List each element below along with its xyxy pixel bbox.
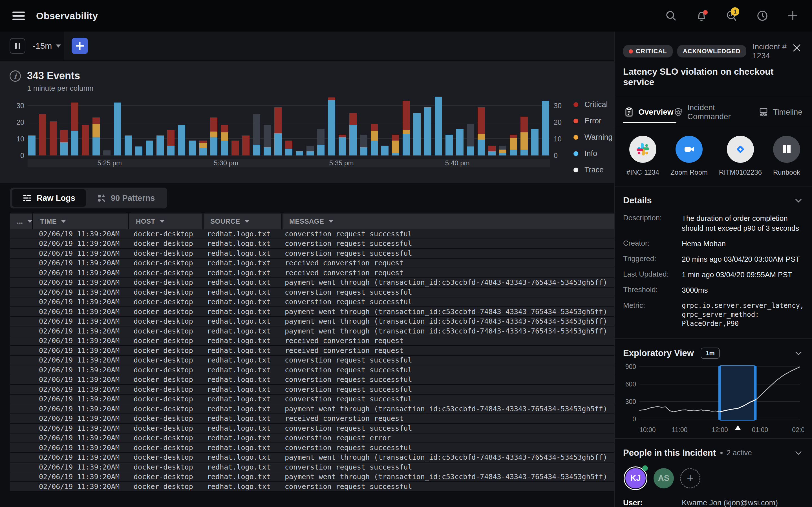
event-bar[interactable] [520, 117, 528, 156]
event-bar[interactable] [28, 135, 36, 156]
event-bar[interactable] [50, 121, 57, 156]
log-row[interactable]: 02/06/19 11:39:20AMdocker-desktopredhat.… [10, 297, 614, 307]
event-bar[interactable] [306, 146, 314, 156]
log-row[interactable]: 02/06/19 11:39:20AMdocker-desktopredhat.… [10, 336, 614, 346]
runbook-link[interactable]: Runbook [773, 136, 800, 176]
event-bar[interactable] [510, 135, 517, 156]
log-row[interactable]: 02/06/19 11:39:20AMdocker-desktopredhat.… [10, 249, 614, 259]
column-header-more[interactable]: ... [10, 214, 32, 229]
event-bar[interactable] [242, 135, 250, 156]
event-bar[interactable] [82, 125, 89, 156]
log-row[interactable]: 02/06/19 11:39:20AMdocker-desktopredhat.… [10, 365, 614, 375]
event-bar[interactable] [135, 147, 143, 156]
log-row[interactable]: 02/06/19 11:39:20AMdocker-desktopredhat.… [10, 259, 614, 269]
tab-incident-commander[interactable]: Incident Commander [673, 103, 759, 121]
add-person-button[interactable]: + [680, 468, 700, 489]
event-bar[interactable] [403, 101, 410, 156]
event-bar[interactable] [253, 114, 260, 156]
log-row[interactable]: 02/06/19 11:39:20AMdocker-desktopredhat.… [10, 356, 614, 365]
event-bar[interactable] [71, 103, 79, 156]
log-row[interactable]: 02/06/19 11:39:20AMdocker-desktopredhat.… [10, 288, 614, 297]
brush-selection[interactable] [720, 365, 755, 420]
event-bar[interactable] [349, 113, 357, 156]
event-bar[interactable] [103, 151, 110, 156]
column-header-source[interactable]: SOURCE [204, 214, 282, 229]
event-bar[interactable] [199, 140, 207, 156]
create-plus-icon[interactable] [786, 9, 800, 22]
brush-handle-right[interactable] [754, 365, 756, 420]
tab-raw-logs[interactable]: Raw Logs [12, 189, 86, 207]
event-bar[interactable] [413, 113, 421, 156]
log-row[interactable]: 02/06/19 11:39:20AMdocker-desktopredhat.… [10, 346, 614, 356]
event-bar[interactable] [264, 125, 271, 156]
event-bar[interactable] [178, 125, 185, 156]
log-row[interactable]: 02/06/19 11:39:20AMdocker-desktopredhat.… [10, 385, 614, 395]
log-row[interactable]: 02/06/19 11:39:20AMdocker-desktopredhat.… [10, 472, 614, 482]
add-query-button[interactable] [71, 38, 88, 54]
event-bar[interactable] [232, 140, 239, 156]
log-row[interactable]: 02/06/19 11:39:20AMdocker-desktopredhat.… [10, 278, 614, 288]
event-bar[interactable] [114, 103, 121, 156]
event-bar[interactable] [446, 135, 453, 156]
log-row[interactable]: 02/06/19 11:39:20AMdocker-desktopredhat.… [10, 482, 614, 492]
log-row[interactable]: 02/06/19 11:39:20AMdocker-desktopredhat.… [10, 307, 614, 317]
event-bar[interactable] [189, 140, 196, 156]
event-bar[interactable] [371, 124, 378, 156]
event-bar[interactable] [93, 117, 100, 156]
event-bar[interactable] [156, 135, 164, 156]
search-icon[interactable] [664, 9, 678, 22]
log-row[interactable]: 02/06/19 11:39:20AMdocker-desktopredhat.… [10, 239, 614, 249]
log-row[interactable]: 02/06/19 11:39:20AMdocker-desktopredhat.… [10, 424, 614, 434]
event-bar[interactable] [360, 135, 367, 156]
log-row[interactable]: 02/06/19 11:39:20AMdocker-desktopredhat.… [10, 395, 614, 404]
event-bar[interactable] [435, 97, 442, 156]
exploratory-collapse-chevron-icon[interactable] [794, 348, 804, 358]
time-range-select[interactable]: -15m [33, 41, 61, 51]
column-header-time[interactable]: TIME [33, 214, 128, 229]
event-bar[interactable] [285, 140, 292, 156]
log-row[interactable]: 02/06/19 11:39:20AMdocker-desktopredhat.… [10, 229, 614, 239]
log-row[interactable]: 02/06/19 11:39:20AMdocker-desktopredhat.… [10, 414, 614, 424]
slack-channel-link[interactable]: #INC-1234 [626, 136, 659, 176]
event-bar[interactable] [456, 129, 463, 156]
event-bar[interactable] [124, 135, 132, 156]
log-row[interactable]: 02/06/19 11:39:20AMdocker-desktopredhat.… [10, 317, 614, 327]
event-bar[interactable] [477, 107, 485, 156]
event-bar[interactable] [167, 130, 174, 156]
tab-patterns[interactable]: 90 Patterns [86, 189, 165, 207]
details-collapse-chevron-icon[interactable] [794, 195, 804, 206]
event-bar[interactable] [210, 117, 217, 156]
tab-timeline[interactable]: Timeline [759, 107, 802, 117]
event-bar[interactable] [328, 98, 335, 156]
menu-icon[interactable] [12, 11, 25, 20]
history-clock-icon[interactable] [756, 9, 769, 22]
log-row[interactable]: 02/06/19 11:39:20AMdocker-desktopredhat.… [10, 327, 614, 336]
log-row[interactable]: 02/06/19 11:39:20AMdocker-desktopredhat.… [10, 434, 614, 443]
event-bar[interactable] [424, 107, 432, 156]
event-bar[interactable] [467, 124, 474, 156]
resolution-pill[interactable]: 1m [701, 348, 720, 359]
log-row[interactable]: 02/06/19 11:39:20AMdocker-desktopredhat.… [10, 443, 614, 453]
exploratory-chart[interactable]: 900600300010:0011:0012:0001:0002:00 [623, 363, 804, 434]
event-bar[interactable] [221, 125, 228, 156]
event-bar[interactable] [542, 101, 549, 156]
event-bar[interactable] [499, 146, 506, 156]
brush-position-marker[interactable] [735, 425, 741, 430]
log-row[interactable]: 02/06/19 11:39:20AMdocker-desktopredhat.… [10, 375, 614, 385]
event-bar[interactable] [296, 151, 303, 156]
zoom-room-link[interactable]: Zoom Room [670, 136, 708, 176]
column-header-host[interactable]: HOST [129, 214, 202, 229]
event-bar[interactable] [317, 129, 324, 156]
log-row[interactable]: 02/06/19 11:39:20AMdocker-desktopredhat.… [10, 268, 614, 278]
event-bar[interactable] [381, 146, 389, 156]
event-bar[interactable] [392, 135, 399, 156]
event-bar[interactable] [339, 135, 346, 156]
event-bar[interactable] [488, 146, 496, 156]
notifications-bell-icon[interactable] [695, 9, 708, 22]
close-icon[interactable] [791, 42, 803, 54]
event-bar[interactable] [60, 130, 68, 156]
event-bar[interactable] [39, 114, 46, 156]
log-row[interactable]: 02/06/19 11:39:20AMdocker-desktopredhat.… [10, 462, 614, 472]
events-time-brush[interactable]: 5:25 pm5:30 pm5:35 pm5:40 pm [28, 159, 550, 167]
log-row[interactable]: 02/06/19 11:39:20AMdocker-desktopredhat.… [10, 453, 614, 463]
